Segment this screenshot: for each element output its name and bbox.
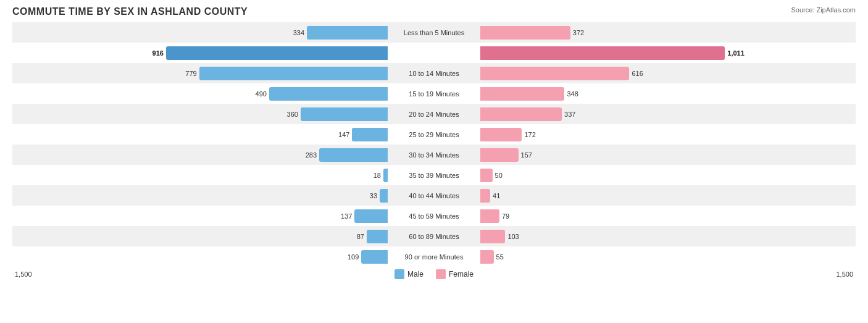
chart-legend: Male Female (32, 269, 837, 279)
axis-right-label: 1,500 (836, 271, 853, 278)
male-value: 779 (185, 70, 196, 77)
table-row: 1377945 to 59 Minutes (12, 206, 856, 226)
table-row: 36033720 to 24 Minutes (12, 104, 856, 124)
source-label: Source: ZipAtlas.com (791, 6, 856, 14)
male-value: 137 (341, 212, 352, 220)
table-row: 14717225 to 29 Minutes (12, 124, 856, 145)
female-value: 41 (493, 192, 500, 199)
row-label: 25 to 29 Minutes (409, 131, 459, 138)
female-bar (480, 46, 725, 60)
female-value: 103 (507, 233, 519, 240)
legend-male-box (394, 269, 404, 279)
male-bar (352, 128, 388, 141)
male-value: 490 (256, 90, 267, 98)
male-bar (367, 230, 388, 243)
female-bar (480, 26, 570, 40)
female-value: 372 (573, 29, 584, 36)
female-value: 172 (524, 131, 535, 138)
legend-female: Female (436, 269, 474, 279)
male-bar (380, 189, 388, 203)
male-bar (361, 250, 388, 264)
row-label: 10 to 14 Minutes (409, 70, 459, 77)
male-bar (301, 107, 388, 121)
table-row: 28315730 to 34 Minutes (12, 145, 856, 165)
chart-rows: 334372Less than 5 Minutes9161,0115 to 9 … (12, 22, 856, 267)
row-label: 35 to 39 Minutes (409, 172, 459, 179)
female-bar (480, 250, 494, 264)
female-bar (480, 107, 562, 121)
female-bar (480, 209, 499, 223)
male-value: 283 (306, 151, 317, 159)
row-label: 60 to 89 Minutes (409, 233, 459, 240)
row-label: Less than 5 Minutes (404, 29, 464, 36)
table-row: 334140 to 44 Minutes (12, 185, 856, 206)
male-bar (354, 209, 388, 223)
male-value: 18 (373, 172, 381, 179)
female-bar (480, 230, 505, 243)
legend-female-box (436, 269, 446, 279)
legend-male: Male (394, 269, 424, 279)
male-bar (166, 46, 388, 60)
male-value: 33 (370, 192, 377, 199)
legend-female-label: Female (449, 270, 474, 279)
row-label: 15 to 19 Minutes (409, 90, 459, 98)
chart-title: COMMUTE TIME BY SEX IN ASHLAND COUNTY (12, 6, 856, 17)
chart-bottom: 1,500 Male Female 1,500 (12, 269, 856, 279)
female-value: 79 (502, 212, 509, 220)
male-value: 109 (348, 253, 359, 261)
male-value: 360 (287, 111, 298, 118)
male-value: 87 (357, 233, 364, 240)
female-value: 50 (495, 172, 503, 179)
male-value: 147 (338, 131, 349, 138)
female-bar (480, 67, 629, 80)
table-row: 77961610 to 14 Minutes (12, 63, 856, 83)
male-bar (199, 67, 388, 80)
female-bar (480, 189, 490, 203)
row-label: 45 to 59 Minutes (409, 212, 459, 220)
female-value: 616 (632, 70, 643, 77)
male-bar (319, 148, 388, 162)
female-bar (480, 87, 564, 101)
female-bar (480, 128, 522, 141)
table-row: 9161,0115 to 9 Minutes (12, 43, 856, 63)
female-bar (480, 169, 493, 182)
chart-container: COMMUTE TIME BY SEX IN ASHLAND COUNTY So… (0, 0, 868, 323)
male-bar (307, 26, 388, 40)
male-value: 334 (293, 29, 304, 36)
table-row: 1095590 or more Minutes (12, 246, 856, 267)
row-label: 40 to 44 Minutes (409, 192, 459, 199)
male-value: 916 (152, 49, 164, 57)
female-value: 348 (567, 90, 578, 98)
male-bar (383, 169, 388, 182)
table-row: 49034815 to 19 Minutes (12, 83, 856, 104)
table-row: 185035 to 39 Minutes (12, 165, 856, 185)
male-bar (269, 87, 388, 101)
legend-male-label: Male (407, 270, 424, 279)
axis-left-label: 1,500 (15, 271, 32, 278)
row-label: 90 or more Minutes (405, 253, 464, 261)
female-value: 157 (521, 151, 532, 159)
female-value: 1,011 (727, 49, 745, 57)
female-value: 55 (496, 253, 504, 261)
row-label: 5 to 9 Minutes (411, 49, 456, 57)
table-row: 8710360 to 89 Minutes (12, 226, 856, 246)
female-bar (480, 148, 519, 162)
table-row: 334372Less than 5 Minutes (12, 22, 856, 43)
row-label: 20 to 24 Minutes (409, 111, 459, 118)
row-label: 30 to 34 Minutes (409, 151, 459, 159)
female-value: 337 (564, 111, 575, 118)
